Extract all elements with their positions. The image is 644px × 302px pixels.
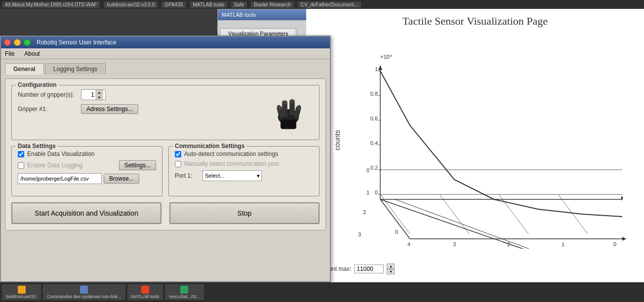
robotiq-titlebar: Robotiq Sensor User Interface [1,37,330,48]
svg-text:1: 1 [366,189,369,195]
taskbar-top: All.About.My.Mother.1999.x264.DTS-WAF bu… [0,0,644,9]
svg-marker-38 [378,65,382,70]
svg-text:×10⁴: ×10⁴ [380,54,392,60]
taskbar-chat-icon [180,286,188,294]
tab-general[interactable]: General [5,63,44,75]
menu-about[interactable]: About [22,49,41,58]
enable-viz-row: Enable Data Visualization [18,151,156,157]
gripper-image [264,89,313,134]
num-grippers-input[interactable] [81,90,95,100]
auto-detect-checkbox[interactable] [175,151,181,157]
svg-text:0.6: 0.6 [370,115,378,121]
taskbar-item-6[interactable]: Baxter Research [251,1,293,8]
tactile-title: Tactile Sensor Visualization Page [306,9,644,32]
taskbar-item-3[interactable]: GPA435 [161,1,186,8]
enable-log-label: Enable Data Logging [27,162,82,169]
enable-viz-label: Enable Data Visualization [27,151,95,157]
config-inner: Number of gripper(s): ▲ ▼ Grip [18,89,313,134]
count-max-input[interactable] [354,264,384,273]
comm-settings-title: Communication Settings [173,143,246,150]
svg-text:3: 3 [453,241,456,247]
file-row: Browse... [18,173,156,184]
taskbar-item-1[interactable]: All.About.My.Mother.1999.x264.DTS-WAF [2,1,100,8]
comm-settings-col: Communication Settings Auto-detect commu… [168,146,320,196]
configuration-section: Configuration Number of gripper(s): ▲ ▼ [11,85,320,140]
comm-settings-section: Communication Settings Auto-detect commu… [168,146,320,196]
browse-button[interactable]: Browse... [104,174,139,184]
start-button[interactable]: Start Acquisition and Visualization [11,202,161,224]
port-label: Port 1: [175,172,200,179]
taskbar-item-5[interactable]: Safe [231,1,247,8]
num-grippers-label: Number of gripper(s): [18,91,77,98]
tab-content: Configuration Number of gripper(s): ▲ ▼ [5,78,326,230]
taskbar-folder-icon-1 [18,286,26,294]
svg-text:0: 0 [613,241,616,247]
gripper1-label: Gripper #1: [18,106,77,113]
taskbar-item-4[interactable]: MATLAB tools [190,1,227,8]
close-button[interactable] [4,39,11,46]
settings-button[interactable]: Settings... [119,160,156,170]
port-select[interactable]: Select... [202,170,262,181]
taskbar-item-2[interactable]: buildroot-avr32-v3.0.0 [104,1,158,8]
svg-marker-23 [622,237,626,241]
svg-line-32 [499,194,528,234]
taskbar-bottom-item-2[interactable]: Commandes des systèmes non-liné... [43,284,125,300]
taskbar-bottom-item-1[interactable]: buildroot-avr32- [2,284,41,300]
svg-text:0.4: 0.4 [370,140,378,146]
stop-button[interactable]: Stop [169,202,320,224]
tabs: General Logging Settings [5,63,326,75]
svg-text:4: 4 [407,241,410,247]
enable-log-checkbox[interactable] [18,162,24,169]
auto-detect-label: Auto-detect communication settings [184,151,278,157]
window-title: Robotiq Sensor User Interface [37,39,116,46]
svg-text:0: 0 [395,229,398,235]
manual-select-label: Manually select communication port: [184,160,280,167]
chart-svg: counts ×10⁴ 1 0.8 0.6 0.4 0.2 0 [326,32,642,249]
taskbar-item-7[interactable]: CV_deFather/Document... [298,1,361,8]
port-row: Port 1: Select... ▼ [175,170,313,181]
auto-detect-row: Auto-detect communication settings [175,151,313,157]
spinbox-buttons: ▲ ▼ [95,90,103,100]
maximize-button[interactable] [24,39,31,46]
robotiq-window: Robotiq Sensor User Interface File About… [0,36,331,282]
taskbar-matlab-icon [141,286,149,294]
svg-line-31 [440,194,469,234]
svg-text:2: 2 [507,241,510,247]
menubar: File About [1,48,330,59]
config-left: Number of gripper(s): ▲ ▼ Grip [18,89,264,118]
svg-text:0.8: 0.8 [370,91,378,97]
gripper-svg [266,91,311,133]
manual-select-checkbox[interactable] [175,161,181,167]
svg-text:2: 2 [363,209,366,215]
enable-viz-checkbox[interactable] [18,151,24,157]
taskbar-doc-icon-2 [80,286,88,294]
svg-line-30 [380,194,410,234]
count-max-up[interactable]: ▲ [387,264,395,269]
config-section-title: Configuration [16,81,59,88]
svg-line-16 [380,199,622,249]
spinbox-down[interactable]: ▼ [95,95,103,100]
svg-point-50 [285,102,287,103]
action-buttons: Start Acquisition and Visualization Stop [11,202,320,224]
count-max-down[interactable]: ▼ [387,269,395,274]
taskbar-bottom-item-3[interactable]: MATLAB tools [127,284,163,300]
address-settings-button[interactable]: Adress Settings... [81,104,138,114]
svg-point-46 [289,99,295,104]
manual-select-row: Manually select communication port: [175,160,313,167]
menu-file[interactable]: File [3,49,16,58]
tab-logging[interactable]: Logging Settings [45,63,106,75]
num-grippers-spinbox[interactable]: ▲ ▼ [81,89,106,100]
svg-text:0: 0 [375,189,378,195]
gripper1-row: Gripper #1: Adress Settings... [18,104,264,114]
svg-marker-39 [621,196,623,201]
settings-row: Data Settings Enable Data Visualization … [11,146,320,196]
taskbar-bottom-item-4[interactable]: revo.chat...03... [165,284,203,300]
svg-text:1: 1 [562,241,564,247]
data-settings-section: Data Settings Enable Data Visualization … [11,146,162,196]
file-path-input[interactable] [18,173,102,184]
svg-text:3: 3 [358,231,361,237]
spinbox-up[interactable]: ▲ [95,90,103,95]
minimize-button[interactable] [14,39,21,46]
svg-text:0.2: 0.2 [370,165,378,171]
svg-text:counts: counts [333,130,341,150]
